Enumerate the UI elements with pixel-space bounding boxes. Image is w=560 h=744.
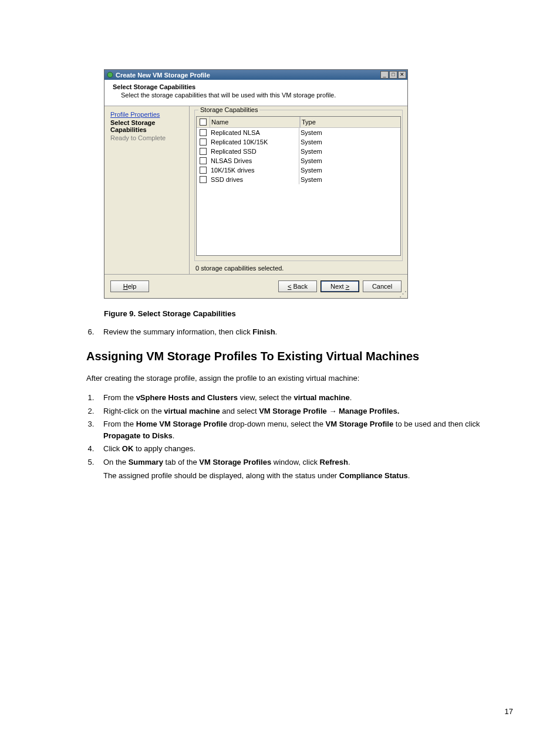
- row-checkbox[interactable]: [200, 138, 207, 146]
- table-row[interactable]: SSD drivesSystem: [197, 175, 400, 184]
- table-row[interactable]: Replicated NLSASystem: [197, 128, 400, 137]
- capabilities-header: Name Type: [197, 117, 400, 128]
- step-item: Click OK to apply changes.: [96, 443, 513, 455]
- row-name: Replicated NLSA: [210, 128, 299, 137]
- figure-caption: Figure 9. Select Storage Capabilities: [104, 309, 513, 318]
- row-checkbox[interactable]: [200, 129, 207, 136]
- nav-ready-to-complete: Ready to Complete: [110, 134, 184, 141]
- minimize-button[interactable]: _: [380, 71, 389, 79]
- app-icon: [106, 72, 113, 79]
- table-row[interactable]: Replicated 10K/15KSystem: [197, 137, 400, 147]
- step-item: Right-click on the virtual machine and s…: [96, 405, 513, 417]
- row-name: Replicated SSD: [210, 147, 299, 156]
- row-name: SSD drives: [210, 175, 299, 184]
- row-checkbox[interactable]: [200, 167, 207, 174]
- step-list-assigning: From the vSphere Hosts and Clusters view…: [86, 392, 513, 482]
- row-name: 10K/15K drives: [210, 165, 299, 175]
- nav-profile-properties[interactable]: Profile Properties: [110, 111, 184, 118]
- row-checkbox[interactable]: [200, 176, 207, 183]
- dialog-titlebar: Create New VM Storage Profile _ □ ✕: [104, 70, 407, 80]
- table-row[interactable]: 10K/15K drivesSystem: [197, 165, 400, 175]
- svg-point-0: [107, 72, 113, 77]
- capabilities-list[interactable]: Name Type Replicated NLSASystemReplicate…: [196, 116, 401, 256]
- row-name: Replicated 10K/15K: [210, 137, 299, 147]
- row-type: System: [299, 165, 400, 175]
- step-list-continued: Review the summary information, then cli…: [86, 326, 513, 338]
- row-checkbox[interactable]: [200, 157, 207, 164]
- close-button[interactable]: ✕: [398, 71, 406, 79]
- back-button[interactable]: < Back: [278, 280, 317, 292]
- dialog-footer: Help < Back Next > Cancel ⋰: [104, 274, 407, 298]
- header-title: Select Storage Capabilities: [113, 83, 402, 90]
- selection-status: 0 storage capabilities selected.: [194, 265, 403, 272]
- nav-select-storage-capabilities: Select Storage Capabilities: [110, 119, 184, 133]
- step-item: From the vSphere Hosts and Clusters view…: [96, 392, 513, 404]
- col-header-name[interactable]: Name: [210, 117, 300, 127]
- dialog-header: Select Storage Capabilities Select the s…: [104, 80, 407, 106]
- storage-capabilities-groupbox: Storage Capabilities Name Type Replicate…: [194, 110, 403, 261]
- dialog-title: Create New VM Storage Profile: [116, 72, 380, 79]
- select-all-checkbox[interactable]: [200, 119, 207, 126]
- row-checkbox[interactable]: [200, 148, 207, 155]
- row-type: System: [299, 128, 400, 137]
- help-button[interactable]: Help: [110, 280, 149, 292]
- step-item: Review the summary information, then cli…: [96, 326, 513, 338]
- step-item: From the Home VM Storage Profile drop-do…: [96, 418, 513, 441]
- page-number: 17: [505, 707, 513, 716]
- table-row[interactable]: Replicated SSDSystem: [197, 147, 400, 156]
- header-subtitle: Select the storage capabilities that wil…: [121, 92, 402, 99]
- table-row[interactable]: NLSAS DrivesSystem: [197, 156, 400, 165]
- row-type: System: [299, 147, 400, 156]
- row-name: NLSAS Drives: [210, 156, 299, 165]
- wizard-nav: Profile Properties Select Storage Capabi…: [104, 106, 190, 274]
- wizard-main: Storage Capabilities Name Type Replicate…: [190, 106, 407, 274]
- step-item: On the Summary tab of the VM Storage Pro…: [96, 456, 513, 482]
- row-type: System: [299, 175, 400, 184]
- section-heading-assigning: Assigning VM Storage Profiles To Existin…: [86, 350, 513, 363]
- col-header-type[interactable]: Type: [300, 117, 400, 127]
- intro-paragraph: After creating the storage profile, assi…: [86, 373, 513, 384]
- groupbox-legend: Storage Capabilities: [198, 106, 259, 113]
- next-button[interactable]: Next >: [321, 280, 359, 292]
- row-type: System: [299, 137, 400, 147]
- dialog-create-new-vm-storage-profile: Create New VM Storage Profile _ □ ✕ Sele…: [104, 69, 408, 299]
- maximize-button[interactable]: □: [389, 71, 397, 79]
- cancel-button[interactable]: Cancel: [363, 280, 402, 292]
- row-type: System: [299, 156, 400, 165]
